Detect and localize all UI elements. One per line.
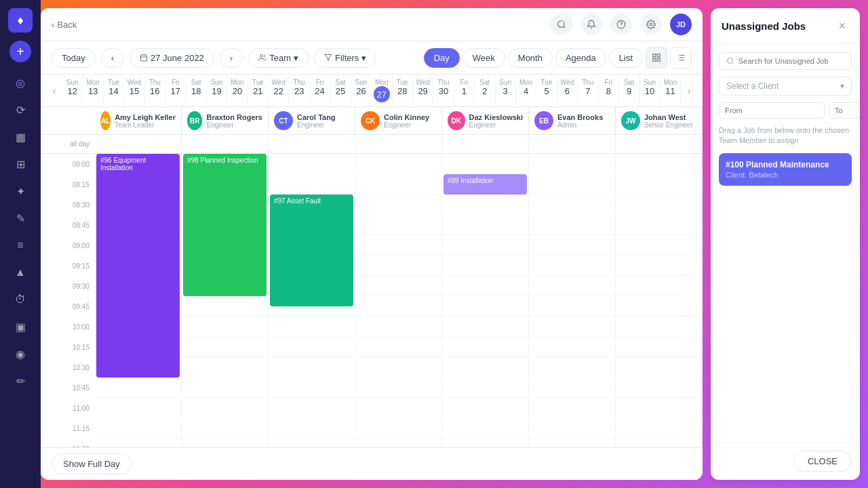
svg-point-7 xyxy=(260,55,263,58)
client-chevron-icon: ▾ xyxy=(840,81,844,91)
prev-date-button[interactable]: ‹ xyxy=(101,48,124,68)
grid-row-2 xyxy=(529,195,615,215)
grid-view-icon-btn[interactable] xyxy=(646,47,667,68)
client-select[interactable]: Select a Client ▾ xyxy=(719,77,852,96)
sidebar-icon-edit[interactable]: ✎ xyxy=(8,206,33,230)
date-col-29[interactable]: Wed29 xyxy=(413,75,433,106)
list-view-icon-btn[interactable] xyxy=(670,47,692,68)
back-button[interactable]: ‹ Back xyxy=(52,20,77,30)
from-date-input[interactable] xyxy=(719,102,825,119)
date-col-22[interactable]: Wed22 xyxy=(269,75,289,106)
sidebar-icon-dashboard[interactable]: ▣ xyxy=(8,314,33,339)
filters-button[interactable]: Filters ▾ xyxy=(314,48,376,68)
today-button[interactable]: Today xyxy=(52,48,96,68)
grid-row-12 xyxy=(269,398,355,418)
sidebar-icon-pencil[interactable]: ✏ xyxy=(8,369,33,393)
date-col-27[interactable]: Mon27 xyxy=(372,75,392,106)
date-col-16[interactable]: Thu16 xyxy=(145,75,165,106)
grid-row-14 xyxy=(616,439,702,447)
view-agenda-button[interactable]: Agenda xyxy=(555,48,606,68)
date-col-30[interactable]: Thu30 xyxy=(433,75,454,106)
grid-col-1: #98 Planned Inspection xyxy=(182,154,269,447)
right-panel-close-button[interactable]: ✕ xyxy=(835,19,849,33)
show-full-day-button[interactable]: Show Full Day xyxy=(52,453,132,474)
grid-row-10 xyxy=(182,357,268,378)
date-col-5[interactable]: Tue5 xyxy=(536,75,557,106)
sidebar-icon-list[interactable]: ≡ xyxy=(8,233,33,258)
date-col-10[interactable]: Sun10 xyxy=(639,75,660,106)
date-col-28[interactable]: Tue28 xyxy=(393,75,413,106)
grid-row-8 xyxy=(616,317,702,337)
grid-row-0 xyxy=(269,154,355,174)
help-icon-btn[interactable] xyxy=(610,14,632,35)
grid-row-5 xyxy=(442,256,528,276)
sidebar-icon-home[interactable]: ◎ xyxy=(8,70,33,95)
sidebar-icon-grid[interactable]: ▦ xyxy=(8,125,33,149)
date-col-14[interactable]: Tue14 xyxy=(104,75,124,106)
date-col-13[interactable]: Mon13 xyxy=(83,75,103,106)
sidebar-icon-table[interactable]: ⊞ xyxy=(8,152,33,176)
search-input[interactable] xyxy=(738,57,844,65)
add-button[interactable]: + xyxy=(9,41,31,62)
date-col-6[interactable]: Wed6 xyxy=(557,75,578,106)
unassigned-job-card[interactable]: #100 Planned Maintenance Client: Betatec… xyxy=(719,153,852,186)
sidebar-icon-timer[interactable]: ⏱ xyxy=(8,287,33,312)
view-day-button[interactable]: Day xyxy=(424,48,460,68)
notification-icon-btn[interactable] xyxy=(580,14,602,35)
view-list-button[interactable]: List xyxy=(609,48,643,68)
grid-row-12 xyxy=(442,398,528,418)
date-col-11[interactable]: Mon11 xyxy=(660,75,681,106)
date-col-20[interactable]: Mon20 xyxy=(227,75,248,106)
event-#96-equipment-installation[interactable]: #96 Equipment Installation xyxy=(96,154,180,378)
date-col-23[interactable]: Thu23 xyxy=(289,75,309,106)
date-col-7[interactable]: Thu7 xyxy=(578,75,598,106)
date-col-19[interactable]: Sun19 xyxy=(207,75,227,106)
date-picker-button[interactable]: 27 June 2022 xyxy=(130,48,214,68)
grid-row-6 xyxy=(442,276,528,296)
grid-row-14 xyxy=(95,439,181,447)
view-month-button[interactable]: Month xyxy=(508,48,553,68)
sidebar-icon-nav[interactable]: ▲ xyxy=(8,260,33,285)
right-panel-header: Unassigned Jobs ✕ xyxy=(711,8,860,44)
user-avatar[interactable]: JD xyxy=(670,14,692,35)
date-col-25[interactable]: Sat25 xyxy=(330,75,351,106)
to-date-input[interactable] xyxy=(829,102,860,119)
team-filter-button[interactable]: Team ▾ xyxy=(248,48,309,68)
sidebar-icon-star[interactable]: ✦ xyxy=(8,179,33,203)
date-col-17[interactable]: Fri17 xyxy=(165,75,186,106)
time-label-1115: 11:15 xyxy=(41,418,95,439)
date-col-4[interactable]: Mon4 xyxy=(516,75,536,106)
date-col-8[interactable]: Fri8 xyxy=(599,75,619,106)
settings-icon-btn[interactable] xyxy=(640,14,662,35)
date-col-1[interactable]: Fri1 xyxy=(454,75,475,106)
grid-row-8 xyxy=(355,317,441,337)
team-spacer xyxy=(41,107,95,134)
date-col-3[interactable]: Sun3 xyxy=(496,75,516,106)
close-button[interactable]: CLOSE xyxy=(793,451,852,472)
event-#97-asset-fault[interactable]: #97 Asset Fault xyxy=(270,195,353,306)
date-col-21[interactable]: Tue21 xyxy=(248,75,269,106)
grid-row-9 xyxy=(182,337,268,357)
grid-row-0 xyxy=(442,154,528,174)
time-labels: 08:0008:1508:3008:4509:0009:1509:3009:45… xyxy=(41,154,95,447)
date-next-arrow[interactable]: › xyxy=(681,83,697,99)
date-col-24[interactable]: Fri24 xyxy=(310,75,330,106)
date-col-2[interactable]: Sat2 xyxy=(475,75,495,106)
team-cell-4: DKDaz KieslowskiEngineer xyxy=(442,107,529,134)
date-col-9[interactable]: Sat9 xyxy=(619,75,639,106)
date-col-26[interactable]: Sun26 xyxy=(351,75,372,106)
view-week-button[interactable]: Week xyxy=(462,48,505,68)
sidebar-icon-circle[interactable]: ◉ xyxy=(8,342,33,366)
event-#98-planned-inspection[interactable]: #98 Planned Inspection xyxy=(183,154,267,296)
date-prev-arrow[interactable]: ‹ xyxy=(46,83,62,99)
sidebar-icon-refresh[interactable]: ⟳ xyxy=(8,98,33,122)
grid-row-4 xyxy=(442,235,528,256)
date-col-12[interactable]: Sun12 xyxy=(62,75,83,106)
search-icon-btn[interactable] xyxy=(551,14,572,35)
drag-hint: Drag a Job from below onto the chosen Te… xyxy=(719,125,852,146)
date-col-18[interactable]: Sat18 xyxy=(186,75,206,106)
event-#99-installation[interactable]: #99 Installation xyxy=(443,174,527,195)
date-col-15[interactable]: Wed15 xyxy=(124,75,144,106)
next-date-button[interactable]: › xyxy=(220,48,243,68)
grid-row-10 xyxy=(355,357,441,378)
